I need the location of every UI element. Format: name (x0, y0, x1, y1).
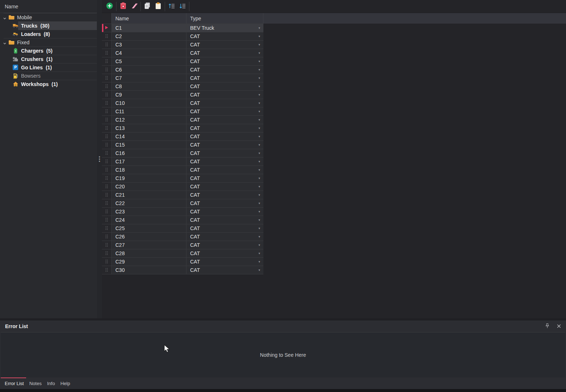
row-drag-handle-icon[interactable] (105, 134, 108, 139)
row-marker-cell[interactable] (102, 116, 112, 124)
row-marker-cell[interactable] (102, 249, 112, 257)
row-type-dropdown[interactable]: CAT▾ (186, 99, 263, 107)
row-drag-handle-icon[interactable] (105, 200, 108, 206)
row-name-cell[interactable]: C13 (112, 124, 186, 132)
sidebar-item-loaders[interactable]: Loaders(8) (0, 30, 97, 38)
row-marker-cell[interactable] (102, 24, 112, 32)
row-drag-handle-icon[interactable] (105, 209, 108, 215)
row-name-cell[interactable]: C1 (112, 24, 186, 32)
table-row[interactable]: C10CAT▾ (102, 99, 263, 107)
sidebar-item-go-lines[interactable]: PGo Lines(1) (0, 63, 97, 72)
row-marker-cell[interactable] (102, 91, 112, 99)
row-name-cell[interactable]: C5 (112, 57, 186, 65)
row-marker-cell[interactable] (102, 124, 112, 132)
table-row[interactable]: C17CAT▾ (102, 157, 263, 166)
row-marker-cell[interactable] (102, 224, 112, 232)
table-row[interactable]: C9CAT▾ (102, 90, 263, 99)
row-drag-handle-icon[interactable] (105, 142, 108, 148)
row-marker-cell[interactable] (102, 132, 112, 140)
row-type-dropdown[interactable]: CAT▾ (186, 249, 263, 257)
row-drag-handle-icon[interactable] (105, 92, 108, 98)
row-type-dropdown[interactable]: CAT▾ (186, 74, 263, 82)
table-row[interactable]: C15CAT▾ (102, 140, 263, 149)
row-drag-handle-icon[interactable] (105, 159, 108, 164)
row-name-cell[interactable]: C14 (112, 132, 186, 140)
row-drag-handle-icon[interactable] (105, 250, 108, 256)
row-type-dropdown[interactable]: CAT▾ (186, 191, 263, 199)
row-name-cell[interactable]: C25 (112, 224, 186, 232)
table-row[interactable]: C24CAT▾ (102, 216, 263, 224)
row-marker-cell[interactable] (102, 158, 112, 166)
row-type-dropdown[interactable]: CAT▾ (186, 41, 263, 49)
row-drag-handle-icon[interactable] (105, 109, 108, 114)
row-drag-handle-icon[interactable] (105, 75, 108, 81)
row-name-cell[interactable]: C30 (112, 266, 186, 274)
row-name-cell[interactable]: C15 (112, 141, 186, 149)
row-type-dropdown[interactable]: CAT▾ (186, 158, 263, 166)
table-row[interactable]: C6CAT▾ (102, 65, 263, 74)
table-row[interactable]: C18CAT▾ (102, 166, 263, 174)
move-down-button[interactable] (177, 1, 188, 12)
row-marker-cell[interactable] (102, 141, 112, 149)
row-drag-handle-icon[interactable] (105, 125, 108, 131)
tab-error-list[interactable]: Error List (5, 381, 24, 386)
sidebar-item-chargers[interactable]: Chargers(5) (0, 46, 97, 55)
table-row[interactable]: C16CAT▾ (102, 149, 263, 157)
row-type-dropdown[interactable]: CAT▾ (186, 141, 263, 149)
row-type-dropdown[interactable]: CAT▾ (186, 224, 263, 232)
row-marker-cell[interactable] (102, 233, 112, 241)
row-marker-cell[interactable] (102, 166, 112, 174)
sidebar-item-crushers[interactable]: Crushers(1) (0, 55, 97, 63)
table-row[interactable]: C5CAT▾ (102, 57, 263, 65)
delete-button[interactable] (118, 1, 128, 12)
row-type-dropdown[interactable]: CAT▾ (186, 57, 263, 65)
row-type-dropdown[interactable]: CAT▾ (186, 149, 263, 157)
row-type-dropdown[interactable]: CAT▾ (186, 174, 263, 182)
table-row[interactable]: C28CAT▾ (102, 249, 263, 257)
row-type-dropdown[interactable]: CAT▾ (186, 107, 263, 115)
row-name-cell[interactable]: C17 (112, 158, 186, 166)
tab-notes[interactable]: Notes (29, 381, 42, 386)
row-marker-cell[interactable] (102, 183, 112, 191)
row-type-dropdown[interactable]: CAT▾ (186, 82, 263, 90)
row-marker-cell[interactable] (102, 57, 112, 65)
row-name-cell[interactable]: C2 (112, 32, 186, 40)
row-drag-handle-icon[interactable] (105, 33, 108, 39)
row-marker-cell[interactable] (102, 74, 112, 82)
add-button[interactable] (104, 1, 115, 12)
sidebar-splitter[interactable]: ••• (97, 0, 102, 318)
table-row[interactable]: C30CAT▾ (102, 266, 263, 274)
close-icon[interactable] (557, 323, 561, 329)
row-type-dropdown[interactable]: CAT▾ (186, 208, 263, 216)
move-up-button[interactable] (166, 1, 177, 12)
row-drag-handle-icon[interactable] (105, 117, 108, 123)
row-name-cell[interactable]: C6 (112, 66, 186, 74)
row-drag-handle-icon[interactable] (105, 42, 108, 48)
row-type-dropdown[interactable]: CAT▾ (186, 91, 263, 99)
row-name-cell[interactable]: C27 (112, 241, 186, 249)
row-drag-handle-icon[interactable] (105, 50, 108, 56)
table-row[interactable]: C22CAT▾ (102, 199, 263, 207)
row-drag-handle-icon[interactable] (105, 242, 108, 248)
chevron-down-icon[interactable] (3, 41, 7, 44)
row-name-cell[interactable]: C7 (112, 74, 186, 82)
row-type-dropdown[interactable]: CAT▾ (186, 66, 263, 74)
erase-button[interactable] (128, 1, 139, 12)
pin-icon[interactable] (545, 323, 550, 330)
row-type-dropdown[interactable]: CAT▾ (186, 124, 263, 132)
row-drag-handle-icon[interactable] (105, 234, 108, 240)
row-type-dropdown[interactable]: CAT▾ (186, 266, 263, 274)
table-row[interactable]: C20CAT▾ (102, 182, 263, 191)
sidebar-item-workshops[interactable]: Workshops(1) (0, 80, 97, 88)
row-name-cell[interactable]: C23 (112, 208, 186, 216)
copy-button[interactable] (142, 1, 153, 12)
row-type-dropdown[interactable]: CAT▾ (186, 132, 263, 140)
row-type-dropdown[interactable]: CAT▾ (186, 49, 263, 57)
tab-info[interactable]: Info (47, 381, 55, 386)
paste-button[interactable] (153, 1, 164, 12)
row-name-cell[interactable]: C26 (112, 233, 186, 241)
row-marker-cell[interactable] (102, 266, 112, 274)
row-name-cell[interactable]: C16 (112, 149, 186, 157)
table-row[interactable]: C25CAT▾ (102, 224, 263, 232)
row-drag-handle-icon[interactable] (105, 83, 108, 89)
